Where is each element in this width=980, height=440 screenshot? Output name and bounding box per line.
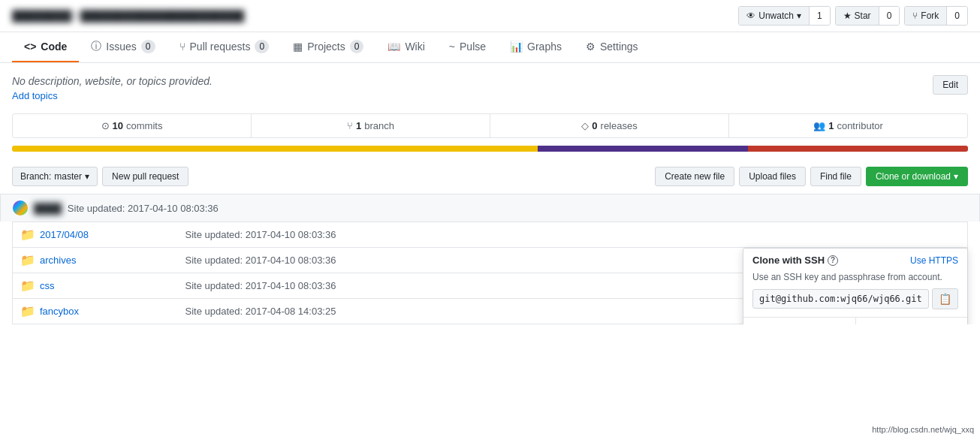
star-count: 0: [879, 7, 900, 25]
file-name-text: 2017/04/08: [40, 229, 89, 240]
branch-selector[interactable]: Branch: master ▾: [12, 167, 98, 186]
fork-label: Fork: [921, 11, 939, 21]
add-topics-link[interactable]: Add topics: [12, 90, 213, 101]
right-file-controls: Create new file Upload files Find file C…: [655, 167, 968, 186]
releases-label: releases: [601, 120, 638, 131]
repo-header: ████████ / ██████████████████████ 👁 Unwa…: [0, 0, 980, 32]
clone-input-row: 📋: [743, 288, 967, 317]
file-time: [900, 222, 967, 248]
star-label: Star: [855, 11, 871, 21]
clone-header: Clone with SSH ? Use HTTPS: [743, 249, 967, 272]
tab-settings[interactable]: ⚙ Settings: [574, 32, 650, 62]
fork-button[interactable]: ⑂ Fork: [905, 7, 946, 25]
new-pull-request-button[interactable]: New pull request: [102, 167, 188, 186]
folder-icon: 📁: [20, 228, 35, 242]
file-commit-msg: Site updated: 2017-04-10 08:03:36: [178, 222, 901, 248]
commits-label: commits: [126, 120, 162, 131]
file-name-text: fancybox: [40, 306, 79, 317]
tab-code[interactable]: <> Code: [12, 32, 79, 62]
tab-code-label: Code: [41, 41, 67, 53]
tab-issues[interactable]: ⓘ Issues 0: [79, 32, 167, 62]
clone-description: Use an SSH key and passphrase from accou…: [743, 272, 967, 288]
tab-pull-requests[interactable]: ⑂ Pull requests 0: [167, 32, 282, 62]
find-file-button[interactable]: Find file: [810, 167, 861, 186]
repo-title: ████████ / ██████████████████████: [12, 10, 244, 22]
star-button[interactable]: ★ Star: [836, 7, 879, 25]
branches-count: 1: [356, 120, 361, 131]
contributors-label: contributor: [837, 120, 882, 131]
pr-icon: ⑂: [179, 41, 185, 53]
contributors-stat[interactable]: 👥 1 contributor: [729, 114, 967, 137]
stats-bar: ⊙ 10 commits ⑂ 1 branch ◇ 0 releases 👥 1…: [12, 113, 968, 138]
clone-label: Clone or download: [876, 171, 951, 182]
file-link[interactable]: 📁 2017/04/08: [20, 228, 170, 242]
edit-button[interactable]: Edit: [933, 75, 968, 95]
settings-icon: ⚙: [586, 41, 596, 53]
pulse-icon: ~: [449, 41, 455, 53]
repo-actions: 👁 Unwatch ▾ 1 ★ Star 0 ⑂ Fork 0: [738, 6, 968, 26]
folder-icon: 📁: [20, 253, 35, 267]
tab-graphs-label: Graphs: [527, 41, 562, 53]
clone-dropdown: Clone with SSH ? Use HTTPS Use an SSH ke…: [743, 248, 968, 324]
file-name-text: archives: [40, 255, 76, 266]
create-new-file-button[interactable]: Create new file: [655, 167, 734, 186]
branch-label: Branch:: [20, 171, 51, 182]
download-zip-button[interactable]: Download ZIP: [856, 318, 968, 324]
releases-count: 0: [592, 120, 597, 131]
lang-segment-yellow: [12, 146, 538, 152]
tab-settings-label: Settings: [600, 41, 638, 53]
tab-projects-label: Projects: [307, 41, 345, 53]
clone-title-text: Clone with SSH: [752, 255, 825, 266]
tab-graphs[interactable]: 📊 Graphs: [498, 32, 574, 62]
language-bar: [12, 146, 968, 152]
file-link[interactable]: 📁 fancybox: [20, 304, 170, 318]
upload-files-button[interactable]: Upload files: [739, 167, 806, 186]
clone-or-download-button[interactable]: Clone or download ▾: [866, 167, 968, 186]
tab-pr-label: Pull requests: [190, 41, 251, 53]
commits-stat[interactable]: ⊙ 10 commits: [13, 114, 252, 137]
folder-icon: 📁: [20, 304, 35, 318]
releases-stat[interactable]: ◇ 0 releases: [490, 114, 729, 137]
projects-count: 0: [350, 40, 364, 53]
pr-count: 0: [255, 40, 269, 53]
wiki-icon: 📖: [387, 41, 400, 53]
contributors-icon: 👥: [813, 120, 825, 131]
fork-icon: ⑂: [912, 11, 918, 21]
unwatch-count: 1: [809, 7, 830, 25]
eye-icon: 👁: [746, 11, 755, 21]
tab-pulse[interactable]: ~ Pulse: [437, 32, 498, 62]
branches-label: branch: [364, 120, 394, 131]
star-icon: ★: [843, 11, 852, 21]
table-row: 📁 2017/04/08 Site updated: 2017-04-10 08…: [13, 222, 968, 248]
clone-chevron-icon: ▾: [954, 171, 958, 182]
open-in-desktop-button[interactable]: Open in Desktop: [743, 318, 856, 324]
clone-title: Clone with SSH ?: [752, 255, 838, 266]
fork-group: ⑂ Fork 0: [904, 6, 968, 26]
use-https-link[interactable]: Use HTTPS: [910, 255, 958, 266]
latest-commit-row: ████ Site updated: 2017-04-10 08:03:36: [0, 194, 980, 222]
issues-count: 0: [141, 40, 155, 53]
commit-avatar: [13, 200, 28, 215]
tab-projects[interactable]: ▦ Projects 0: [281, 32, 375, 62]
tab-wiki[interactable]: 📖 Wiki: [375, 32, 436, 62]
file-link[interactable]: 📁 css: [20, 279, 170, 293]
copy-to-clipboard-button[interactable]: 📋: [932, 288, 958, 309]
description-left: No description, website, or topics provi…: [12, 75, 213, 101]
fork-count: 0: [946, 7, 967, 25]
copy-icon: 📋: [939, 293, 951, 305]
unwatch-button[interactable]: 👁 Unwatch ▾: [739, 7, 809, 25]
unwatch-chevron-icon: ▾: [797, 11, 801, 21]
tag-icon: ◇: [581, 120, 589, 131]
branches-stat[interactable]: ⑂ 1 branch: [252, 114, 490, 137]
commit-message: Site updated: 2017-04-10 08:03:36: [68, 203, 219, 214]
ssh-url-input[interactable]: [752, 289, 929, 309]
description-text: No description, website, or topics provi…: [12, 75, 213, 87]
file-link[interactable]: 📁 archives: [20, 253, 170, 267]
commits-count: 10: [113, 120, 123, 131]
commit-author: ████: [34, 203, 62, 214]
file-name-text: css: [40, 280, 55, 291]
issues-icon: ⓘ: [91, 40, 101, 53]
repo-name: ████████ / ██████████████████████: [12, 10, 244, 22]
graphs-icon: 📊: [510, 41, 523, 53]
projects-icon: ▦: [293, 41, 303, 53]
